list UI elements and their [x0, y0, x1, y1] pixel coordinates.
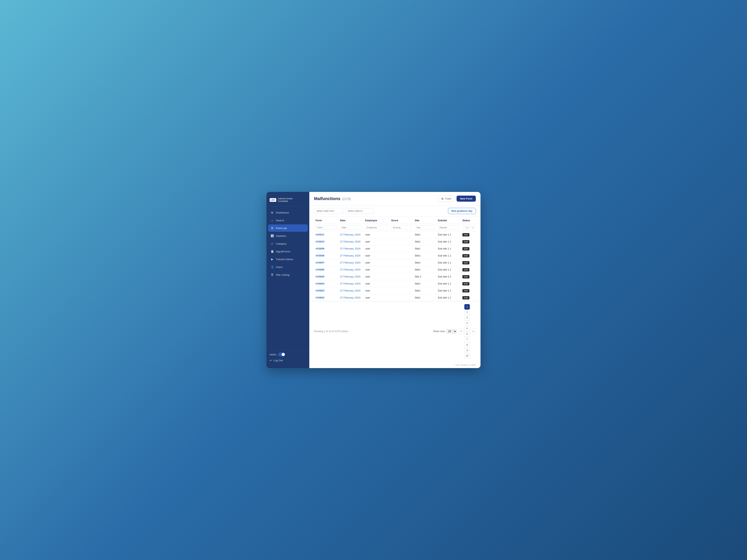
- sidebar-item-label: Users: [276, 266, 283, 269]
- subsite-cell: Sub site 2.2: [436, 273, 461, 280]
- date-value: 27 February, 2024: [340, 289, 360, 292]
- date-value: 27 February, 2024: [340, 233, 360, 236]
- logout-item[interactable]: ↩ Log Out: [269, 359, 306, 362]
- table-row: #A581027 February, 2024userSite1Sub site…: [314, 238, 476, 245]
- subsite-cell: Sub site 1.1: [436, 280, 461, 287]
- toggle-switch[interactable]: [278, 352, 285, 356]
- sidebar-item-category[interactable]: ⬡ Category: [268, 240, 308, 247]
- date-value: 27 February, 2024: [340, 275, 360, 278]
- subsite-cell: Sub site 1.1: [436, 287, 461, 294]
- score-cell: [390, 245, 413, 252]
- score-cell: [390, 294, 413, 301]
- data-table: FormDateEmployeeScoreSiteSubsiteStatus S…: [314, 217, 476, 301]
- status-cell: draft: [461, 273, 476, 280]
- table-wrap: FormDateEmployeeScoreSiteSubsiteStatus S…: [309, 217, 481, 301]
- filter-cell-3: [390, 224, 413, 231]
- sign-forms-icon: 📋: [271, 250, 274, 253]
- category-icon: ⬡: [271, 242, 274, 245]
- date-value: 27 February, 2024: [340, 254, 360, 257]
- sidebar-item-form-list[interactable]: ☰ Form List: [268, 224, 308, 232]
- table-footer: Showing 1 to 10 of 2279 entries Show row…: [309, 301, 481, 361]
- filter-input-1[interactable]: [340, 225, 362, 230]
- filter-input-3[interactable]: [391, 225, 412, 230]
- language-toggle[interactable]: He/En: [269, 352, 306, 356]
- employee-cell: user: [364, 266, 390, 273]
- filter-input-5[interactable]: [438, 225, 459, 230]
- status-cell: draft: [461, 266, 476, 273]
- status-cell: draft: [461, 245, 476, 252]
- date-cell: 27 February, 2024: [338, 252, 364, 259]
- date-to-input[interactable]: [345, 208, 374, 214]
- page-count: (2279): [342, 197, 351, 201]
- sidebar-item-search[interactable]: ⌕ Search: [268, 217, 308, 224]
- date-value: 27 February, 2024: [340, 247, 360, 250]
- trash-button[interactable]: 🗑 Trash: [438, 195, 455, 202]
- page-btn-6[interactable]: 6: [464, 331, 470, 337]
- status-badge: draft: [462, 247, 469, 250]
- filter-bar: New guidance day: [309, 206, 481, 217]
- page-btn-3[interactable]: 3: [464, 315, 470, 320]
- site-cell: Site1: [413, 252, 436, 259]
- logout-icon: ↩: [269, 359, 272, 362]
- page-btn-2[interactable]: 2: [464, 310, 470, 315]
- page-btn-10[interactable]: 10: [464, 353, 470, 358]
- status-cell: draft: [461, 294, 476, 301]
- site-cell: Site1: [413, 259, 436, 266]
- filter-cell-2: [364, 224, 390, 231]
- filter-input-4[interactable]: [415, 225, 435, 230]
- page-btn-4[interactable]: 4: [464, 320, 470, 326]
- form-link[interactable]: #A5807: [315, 261, 325, 264]
- page-btn-9[interactable]: 9: [464, 348, 470, 353]
- status-badge: draft: [462, 275, 469, 278]
- form-link[interactable]: #A5811: [315, 233, 325, 236]
- date-cell: 27 February, 2024: [338, 294, 364, 301]
- table-row: #A581127 February, 2024userSite1Sub site…: [314, 231, 476, 238]
- filter-cell-4: [413, 224, 436, 231]
- page-btn-8[interactable]: 8: [464, 342, 470, 348]
- filter-cell-5: [436, 224, 461, 231]
- page-btn-1[interactable]: 1: [464, 304, 470, 310]
- filter-input-0[interactable]: [315, 225, 337, 230]
- showing-text: Showing 1 to 10 of 2279 entries: [314, 330, 348, 333]
- table-row: #A580927 February, 2024userSite1Sub site…: [314, 245, 476, 252]
- form-link[interactable]: #A5810: [315, 240, 325, 243]
- new-form-button[interactable]: New Form: [457, 195, 476, 202]
- sidebar-item-statistics[interactable]: 📊 Statistics: [268, 232, 308, 240]
- sidebar-item-tutorial-videos[interactable]: ▶ Tutorial Videos: [268, 256, 308, 263]
- filter-input-2[interactable]: [365, 225, 388, 230]
- page-buttons: « 12345678910 »: [458, 304, 476, 358]
- rows-select[interactable]: 10 25 50 100: [446, 329, 457, 334]
- sidebar-item-dashboard[interactable]: ⊞ Dashboard: [268, 209, 308, 216]
- subsite-cell: Sub site 1.1: [436, 259, 461, 266]
- form-link[interactable]: #A5803: [315, 289, 325, 292]
- form-link[interactable]: #A5809: [315, 247, 325, 250]
- employee-cell: user: [364, 252, 390, 259]
- sidebar-item-users[interactable]: 👤 Users: [268, 263, 308, 271]
- form-link[interactable]: #A5806: [315, 268, 325, 271]
- status-badge: draft: [462, 261, 469, 264]
- status-filter-select[interactable]: Status ▾: [462, 225, 474, 230]
- table-row: #A580327 February, 2024userSite1Sub site…: [314, 287, 476, 294]
- form-link[interactable]: #A5808: [315, 254, 325, 257]
- page-btn-7[interactable]: 7: [464, 337, 470, 342]
- statistics-icon: 📊: [271, 234, 274, 238]
- date-value: 27 February, 2024: [340, 240, 360, 243]
- sidebar-item-sign-forms[interactable]: 📋 Sign&Forms: [268, 248, 308, 255]
- form-link[interactable]: #A5805: [315, 275, 325, 278]
- site-cell: Site1: [413, 266, 436, 273]
- first-page-button[interactable]: «: [458, 329, 464, 334]
- sidebar-item-site-linking[interactable]: 🗄 Site Linking: [268, 271, 308, 278]
- form-link[interactable]: #A5802: [315, 296, 325, 299]
- date-cell: 27 February, 2024: [338, 238, 364, 245]
- date-from-input[interactable]: [314, 208, 343, 214]
- main-header: Malfunctions (2279) 🗑 Trash New Form: [309, 192, 481, 206]
- employee-cell: user: [364, 245, 390, 252]
- sidebar-nav: ⊞ Dashboard ⌕ Search ☰ Form List 📊 Stati…: [266, 209, 309, 350]
- page-btn-5[interactable]: 5: [464, 326, 470, 331]
- guidance-button[interactable]: New guidance day: [448, 208, 476, 214]
- form-link[interactable]: #A5804: [315, 282, 325, 285]
- col-date: Date: [338, 217, 364, 224]
- last-page-button[interactable]: »: [470, 329, 476, 334]
- status-cell: draft: [461, 259, 476, 266]
- status-cell: draft: [461, 231, 476, 238]
